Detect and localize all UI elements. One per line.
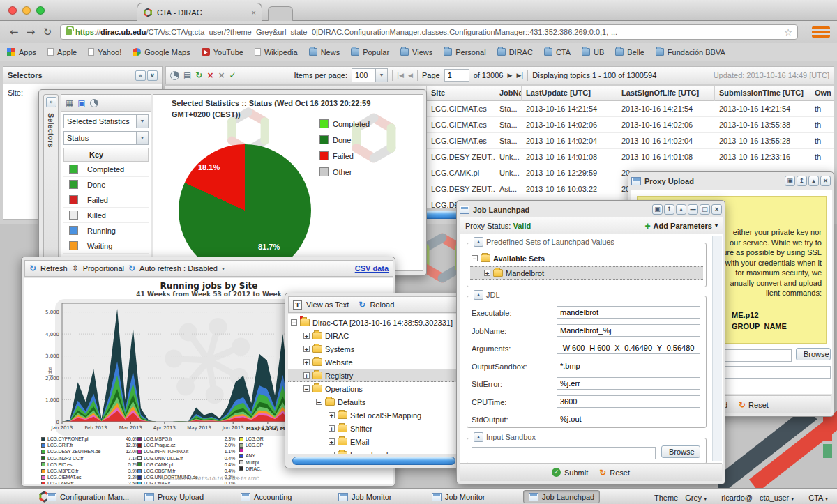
first-page-button[interactable]: |◀ <box>397 72 404 79</box>
bookmark-item[interactable]: Views <box>400 48 432 56</box>
launchpad-scrollbar-track[interactable]: ▲ ▼ <box>712 236 722 461</box>
tree-item[interactable]: + Shifter <box>288 422 460 435</box>
tree-item[interactable]: + SiteLocalSEMapping <box>288 408 460 422</box>
bookmark-item[interactable]: Fundación BBVA <box>656 48 725 56</box>
window-button[interactable]: ↥ <box>664 204 674 215</box>
group-select[interactable]: cta_user ▾ <box>760 494 794 502</box>
reset-button[interactable]: ↻ Reset <box>599 468 630 477</box>
column-header[interactable]: LastUpdate [UTC] <box>522 86 617 101</box>
field-input[interactable] <box>557 324 700 337</box>
tree-item[interactable]: + Systems <box>288 342 460 356</box>
last-page-button[interactable]: ▶| <box>516 72 523 79</box>
bookmark-item[interactable]: Belle <box>615 48 644 56</box>
tree-expander-icon[interactable]: − <box>472 255 478 261</box>
key-row[interactable]: Completed <box>63 162 149 177</box>
key-row[interactable]: Running <box>63 223 149 238</box>
tree-item[interactable]: − Launchpad <box>288 448 460 454</box>
tree-expander-icon[interactable]: + <box>303 372 310 379</box>
refresh-icon[interactable]: ↻ <box>195 71 202 79</box>
bookmark-item[interactable]: Personal <box>444 48 485 56</box>
browser-tab[interactable]: CTA - DIRAC × <box>137 3 262 21</box>
submit-button[interactable]: ✓ Submit <box>552 468 588 477</box>
key-column-header[interactable]: Key <box>63 148 149 162</box>
tree-expander-icon[interactable]: − <box>316 399 322 405</box>
chevron-down-icon[interactable]: ▼ <box>136 115 148 128</box>
collapsed-selectors-strip[interactable]: » Selectors <box>43 94 59 271</box>
tree-expander-icon[interactable]: + <box>303 359 310 365</box>
window-button[interactable]: □ <box>700 204 710 215</box>
vertical-scrollbar[interactable] <box>825 89 834 117</box>
menu-list-icon[interactable]: ▤ <box>183 71 191 79</box>
tree-item[interactable]: + Website <box>288 356 460 369</box>
sandbox-file-input[interactable] <box>472 447 656 459</box>
window-button[interactable]: ↥ <box>797 176 807 186</box>
window-button[interactable]: ▣ <box>785 176 795 186</box>
chevron-down-icon[interactable]: ▼ <box>375 69 387 82</box>
taskbar-item[interactable]: Configuration Man... <box>42 490 134 503</box>
expand-down-icon[interactable]: ∨ <box>147 70 158 81</box>
window-button[interactable]: × <box>820 176 831 186</box>
add-parameters-button[interactable]: + Add Parameters ▾ <box>644 220 718 231</box>
field-input[interactable] <box>557 377 700 390</box>
column-header[interactable]: LastSignOfLife [UTC] <box>617 86 715 101</box>
window-button[interactable]: ▣ <box>652 204 663 215</box>
maximize-window-button[interactable] <box>36 6 45 15</box>
bookmark-item[interactable]: Apple <box>47 48 77 56</box>
window-button[interactable]: × <box>711 204 722 215</box>
bookmark-item[interactable]: Apps <box>7 48 36 56</box>
close-window-button[interactable] <box>8 6 17 15</box>
bookmark-item[interactable]: Yahoo! <box>88 48 121 56</box>
tree-expander-icon[interactable]: + <box>329 438 335 445</box>
tree-item[interactable]: − Dirac-CTA [2013-10-16 14:38:59.302331] <box>288 316 460 329</box>
csv-data-link[interactable]: CSV data <box>355 264 389 273</box>
field-input[interactable] <box>557 413 700 425</box>
auto-refresh-icon[interactable]: ↻ <box>128 264 135 273</box>
column-header[interactable]: JobNa <box>495 86 522 101</box>
browser-menu-icon[interactable] <box>812 26 830 38</box>
taskbar-item[interactable]: Accounting <box>236 490 296 503</box>
setup-select[interactable]: CTA ▾ <box>808 494 828 502</box>
prev-page-button[interactable]: ◀ <box>408 72 413 79</box>
key-row[interactable]: Failed <box>63 192 149 208</box>
chevron-down-icon[interactable]: ▾ <box>222 266 225 272</box>
reload-button[interactable]: Reload <box>370 300 394 309</box>
reload-button[interactable]: ↻ <box>39 26 56 38</box>
taskbar-item[interactable]: Proxy Upload <box>140 490 209 503</box>
grid-icon[interactable]: ▦ <box>66 99 73 107</box>
collapse-fieldset-icon[interactable]: ▴ <box>474 237 483 247</box>
column-header[interactable]: Site <box>427 86 495 101</box>
next-page-button[interactable]: ▶ <box>507 72 512 79</box>
proportional-button[interactable]: Proportional <box>83 264 124 273</box>
save-icon[interactable]: ▣ <box>77 99 85 107</box>
reload-icon[interactable]: ↻ <box>359 300 365 309</box>
tree-expander-icon[interactable]: + <box>329 425 335 432</box>
bookmark-item[interactable]: UB <box>582 48 604 56</box>
page-input[interactable] <box>444 69 469 82</box>
field-input[interactable] <box>557 342 700 354</box>
statistics-type-select[interactable]: Selected Statistics ▼ <box>63 114 149 128</box>
bookmark-item[interactable]: DIRAC <box>497 48 533 56</box>
address-bar[interactable]: https://dirac.ub.edu/CTA/s:CTA/g:cta_use… <box>60 24 798 40</box>
bookmark-item[interactable]: Popular <box>351 48 389 56</box>
bookmark-item[interactable]: Google Maps <box>133 48 190 56</box>
window-button[interactable]: ▴ <box>808 176 819 186</box>
tree-expander-icon[interactable]: − <box>329 452 335 454</box>
browse-button[interactable]: Browse <box>661 445 700 458</box>
window-button[interactable]: — <box>688 204 698 215</box>
view-as-text-button[interactable]: View as Text <box>306 300 349 309</box>
taskbar-item[interactable]: Job Launchpad <box>523 490 600 503</box>
column-header[interactable]: SubmissionTime [UTC] <box>715 86 810 101</box>
chevron-down-icon[interactable]: ▼ <box>136 132 148 144</box>
bookmark-item[interactable]: News <box>309 48 340 56</box>
available-sets-node[interactable]: − Available Sets <box>472 252 706 265</box>
job-launchpad-header[interactable]: Job Launchpad ▣↥▴—□× <box>460 203 722 216</box>
bookmark-item[interactable]: YouTube <box>202 48 243 56</box>
field-input[interactable] <box>557 306 700 319</box>
expand-selectors-icon[interactable]: » <box>46 97 56 107</box>
tree-expander-icon[interactable]: + <box>303 346 310 352</box>
key-row[interactable]: Waiting <box>63 238 149 254</box>
apply-check-icon[interactable]: ✓ <box>229 71 236 79</box>
key-row[interactable]: Killed <box>63 208 149 223</box>
bookmark-star-icon[interactable]: ☆ <box>784 27 792 38</box>
tree-expander-icon[interactable]: + <box>303 333 310 339</box>
